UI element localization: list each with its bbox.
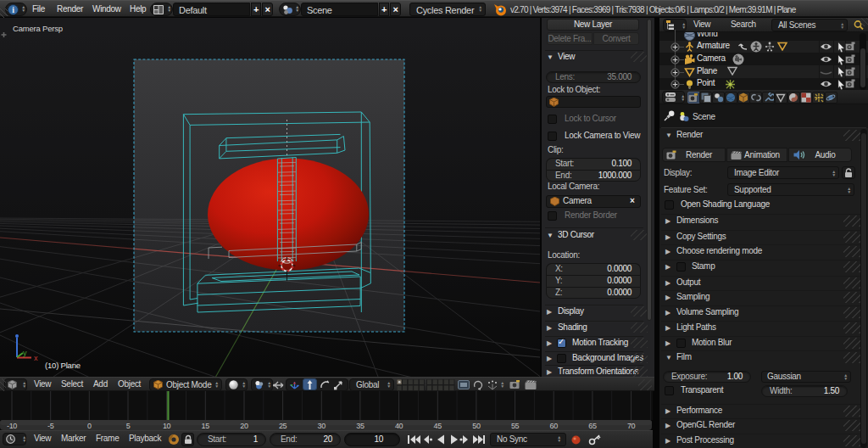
svg-text:70: 70 bbox=[627, 422, 636, 430]
svg-text:30: 30 bbox=[318, 422, 326, 430]
svg-text:5: 5 bbox=[126, 422, 131, 430]
svg-text:Camera Persp: Camera Persp bbox=[13, 24, 63, 33]
svg-text:25: 25 bbox=[279, 422, 287, 430]
svg-text:-10: -10 bbox=[7, 422, 17, 430]
svg-text:60: 60 bbox=[549, 422, 558, 430]
svg-text:55: 55 bbox=[511, 422, 520, 430]
svg-text:20: 20 bbox=[240, 422, 248, 430]
svg-text:65: 65 bbox=[588, 422, 597, 430]
svg-text:50: 50 bbox=[472, 422, 481, 430]
svg-text:40: 40 bbox=[395, 422, 403, 430]
svg-text:(10) Plane: (10) Plane bbox=[45, 361, 81, 370]
svg-text:15: 15 bbox=[202, 422, 210, 430]
svg-text:-5: -5 bbox=[47, 422, 54, 430]
svg-text:45: 45 bbox=[434, 422, 442, 430]
svg-text:35: 35 bbox=[356, 422, 364, 430]
svg-text:0: 0 bbox=[87, 422, 92, 430]
svg-text:10: 10 bbox=[163, 422, 171, 430]
